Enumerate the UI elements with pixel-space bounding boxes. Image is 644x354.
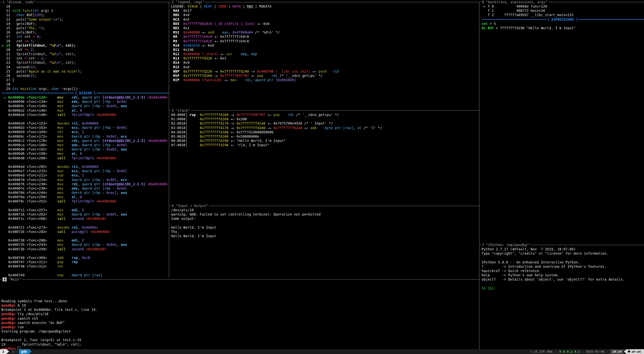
terminal-line xyxy=(1,290,479,294)
pane-title: 4 "Input / Output" xyxy=(171,204,209,208)
pane-title-text: "IPython: tmp/pwndbg" xyxy=(486,243,529,247)
pane-title: 2 "legend, regs" xyxy=(171,0,205,4)
terminal-line xyxy=(1,286,479,290)
terminal-line: 0x4006f6 <func+230> mov rdi, qword ptr [… xyxy=(2,182,169,186)
text-cursor xyxy=(18,347,20,349)
pane-border-top: 1 "disasm, code" xyxy=(0,0,169,4)
pane-legend-regs: 2 "legend, regs" LEGEND: STACK | HEAP | … xyxy=(169,0,479,108)
terminal-line: 25 puts("Again as it was so nice"); xyxy=(2,69,169,74)
terminal-line: 0x400747 <func+311> pop rbp xyxy=(2,260,169,264)
tmux-status-bar: 2 1 ⟩ gdb ↑ 1d 23h 49m ‹ 0.0 0.1 0.1 ‹ 2… xyxy=(0,349,644,354)
terminal-line: 0x40073b <func+299> call second <0x4005a… xyxy=(2,247,169,251)
gdb-console-content[interactable]: Reading symbols from test...done.pwndbg>… xyxy=(0,282,479,349)
terminal-line: 0x40071c <func+268> call second <0x4005a… xyxy=(2,217,169,221)
terminal-line: 0x4006a4 <func+148> call fprintf@plt <0x… xyxy=(2,113,169,117)
terminal-line: 01:0008│ 0x7fffffffd168 ◂— 0x380 xyxy=(171,117,479,121)
terminal-line: 0x4006a2 <func+146> mov al, 0 xyxy=(2,108,169,113)
terminal-line: pwndbg> b 19 xyxy=(1,303,479,308)
terminal-line: Thx. xyxy=(171,230,479,234)
pane-title-text: "legend, regs" xyxy=(176,0,204,4)
terminal-line: 16 puts(BUF); xyxy=(2,30,169,35)
terminal-line: 0x400696 <func+134> mov edx, dword ptr [… xyxy=(2,100,169,104)
pane-border-top: 5 "Main" xyxy=(0,277,479,282)
terminal-line: 0x400748 <func+312> ret xyxy=(2,264,169,269)
terminal-line: 06:0030│ 0x7fffffffd190 ◂— "Hello World,… xyxy=(171,139,479,143)
terminal-line: 0x4006d6 <func+198> mov al, 0 xyxy=(2,152,169,156)
terminal-line: f 2 7ffff7a05b97 __libc_start_main+231 xyxy=(481,13,644,17)
terminal-line: 0x4006dd <func+205> movabs rsi, 0x40080d xyxy=(2,165,169,169)
status-date: 2020-03-06 xyxy=(586,349,604,354)
pane-title: 1 "disasm, code" xyxy=(2,0,36,4)
chevron-separator-icon: ‹ xyxy=(580,349,586,354)
window-tab-gdb[interactable]: gdb xyxy=(19,349,29,354)
terminal-line: 0x400740 <func+304> add rsp, 0xc0 xyxy=(2,256,169,260)
window-separator-icon: ⟩ xyxy=(15,349,19,354)
terminal-line xyxy=(2,251,169,256)
terminal-line: 19 fprintf(stdout, "%d\n", cnt); xyxy=(1,342,479,347)
terminal-line: 0x40072b <func+283> call puts@plt <0x400… xyxy=(2,230,169,234)
terminal-line: /dev/pts/10 xyxy=(171,208,479,212)
terminal-line: %quickref -> Quick reference. xyxy=(481,269,644,273)
terminal-line: 00:0000│ rsp 0x7fffffffd160 —▸ 0x7ffff7b… xyxy=(171,113,479,117)
terminal-line: In [1]: xyxy=(481,286,644,290)
terminal-line: Breakpoint 1 at 0x40068e: file test.c, l… xyxy=(1,308,479,312)
status-time: 10:24 xyxy=(610,349,624,354)
pane-title: 5 "Main" xyxy=(2,277,22,282)
terminal-line: 02:0010│ 0x7fffffffd170 —▸ 0x7fffffffd1a… xyxy=(171,121,479,126)
pane-border-top: 4 "Input / Output" xyxy=(169,204,479,208)
terminal-line: 0x4006d8 <func+200> call fprintf@plt <0x… xyxy=(2,156,169,160)
pane-title: 3 "stack" xyxy=(171,108,191,113)
terminal-line: 0x4006f0 <func+224> mov dword ptr [rbp -… xyxy=(2,178,169,182)
terminal-line: ► f 0 40068e func+126 xyxy=(481,4,644,9)
terminal-line: RSP 0x7fffffffd160 —▸ 0x7ffff7b97787 ◂— … xyxy=(171,74,479,78)
terminal-line: RCX 0x5 xyxy=(171,17,479,22)
session-index-badge[interactable]: 2 xyxy=(0,349,7,354)
terminal-line: R13 0x7fffffffd320 ◂— 0x1 xyxy=(171,56,479,61)
hostname-badge: at-at xyxy=(626,349,644,354)
terminal-line: 0x40070a <func+250> mov al, 0 xyxy=(2,195,169,199)
terminal-line: Breakpoint 1, func (arg=5) at test.c:19 xyxy=(1,338,479,342)
terminal-line: 18 cnt += 5; xyxy=(2,39,169,43)
window-index[interactable]: 1 xyxy=(9,349,15,354)
section-divider: [ EXPRESSIONS ] xyxy=(481,17,644,22)
terminal-line: R10 0x602010 ◂— 0x0 xyxy=(171,43,479,48)
terminal-line: Starting program: /tmp/pwndbg/test xyxy=(1,329,479,334)
terminal-line: pwndbg> cwatch execute "ds BUF" xyxy=(1,321,479,325)
terminal-line: 0x4006d0 <func+192> mov dword ptr [rbp -… xyxy=(2,147,169,152)
terminal-line: pwndbg> tty /dev/pts/10 xyxy=(1,312,479,316)
pane-ipython: 7 "IPython: tmp/pwndbg" Python 2.7.17 (d… xyxy=(479,243,644,349)
terminal-line: 0x4006c2 <func+178> mov rdi, qword ptr [… xyxy=(2,139,169,143)
lock-icon xyxy=(628,351,630,352)
chevron-separator-icon: ‹ xyxy=(604,349,610,354)
terminal-line: 13 puts("Some output:\n"); xyxy=(2,17,169,22)
tmux-screen: 1 "disasm, code" 10 11 void func(int arg… xyxy=(0,0,644,354)
terminal-line: RSI 0x40080d ◂— and eax, 0x4f000a64 /* '… xyxy=(171,30,479,35)
terminal-line: 0x4006fe <func+238> mov edx, dword ptr [… xyxy=(2,186,169,191)
pane-number: 1 xyxy=(3,0,5,4)
terminal-line: pwndbg> xyxy=(1,347,479,349)
terminal-line: 0x400704 <func+244> mov dword ptr [rbp -… xyxy=(2,191,169,195)
pane-main-gdb: 5 "Main" Reading symbols from test...don… xyxy=(0,277,479,349)
terminal-line: LEGEND: STACK | HEAP | CODE | DATA | RWX… xyxy=(171,4,479,9)
pane-border-vertical-left[interactable] xyxy=(169,2,169,277)
terminal-line: 0x400716 <func+262> mov dword ptr [rbp -… xyxy=(2,212,169,217)
terminal-line: 03:0018│ 0x7fffffffd178 —▸ 0x7fffffffd1b… xyxy=(171,126,479,130)
pane-border-top: 3 "stack" xyxy=(169,108,479,113)
terminal-line xyxy=(2,117,169,121)
terminal-line: RBX 0x0 xyxy=(171,13,479,17)
terminal-line: 11 void func(int arg) { xyxy=(2,9,169,13)
pane-title-text: "Input / Output" xyxy=(176,204,208,208)
terminal-line: 05:0028│ 0x7fffffffd188 ◂— 0x50000000e xyxy=(171,134,479,139)
status-right: ↑ 1d 23h 49m ‹ 0.0 0.1 0.1 ‹ 2020-03-06 … xyxy=(530,349,644,354)
active-pane-number: 5 xyxy=(3,277,7,281)
terminal-line: f 1 400772 main+34 xyxy=(481,9,644,13)
pane-border-vertical-right[interactable] xyxy=(479,2,479,349)
terminal-line: R14 0x0 xyxy=(171,61,479,65)
terminal-line xyxy=(2,269,169,273)
pane-input-output: 4 "Input / Output" /dev/pts/10warning: G… xyxy=(169,204,479,277)
terminal-line: 21 fprintf(stdout, "%d\n", cnt); xyxy=(2,52,169,56)
terminal-line: Hello World, I'm Input xyxy=(171,234,479,238)
pane-number: 6 xyxy=(482,0,484,4)
ipython-content[interactable]: Python 2.7.17 (default, Nov 7 2019, 10:0… xyxy=(479,247,644,349)
terminal-line: 0x4006a9 <func+153> movabs rsi, 0x40080d xyxy=(2,121,169,126)
